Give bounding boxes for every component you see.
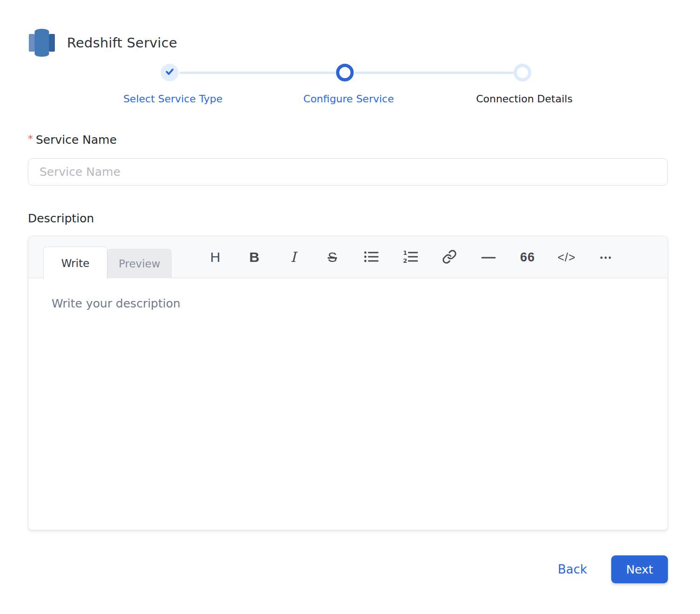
stepper: Select Service Type Configure Service Co… — [0, 64, 700, 108]
step-indicator-select-service-type — [161, 64, 178, 81]
horizontal-rule-icon — [481, 254, 496, 261]
editor-toolbar: Write Preview H B I S — [28, 236, 667, 278]
unordered-list-button[interactable] — [363, 247, 379, 267]
step-label-select-service-type: Select Service Type — [123, 93, 223, 105]
step-label-connection-details: Connection Details — [476, 93, 573, 105]
editor-tabs: Write Preview — [43, 247, 172, 278]
ordered-list-button[interactable]: 1 2 — [403, 247, 418, 267]
quote-button[interactable]: 66 — [520, 247, 535, 267]
bold-icon: B — [249, 250, 259, 264]
stepper-connector — [179, 72, 336, 74]
unordered-list-icon — [364, 250, 379, 265]
editor-body — [28, 278, 667, 530]
configure-service-page: Redshift Service Select Service Type Con… — [0, 0, 700, 614]
redshift-logo-icon — [28, 28, 56, 58]
check-icon — [165, 67, 175, 79]
code-icon: </> — [557, 252, 575, 263]
svg-text:1: 1 — [403, 250, 407, 256]
preview-tab[interactable]: Preview — [107, 249, 172, 278]
page-title: Redshift Service — [67, 35, 177, 51]
next-button[interactable]: Next — [611, 555, 668, 583]
quote-icon: 66 — [520, 251, 535, 264]
heading-icon: H — [210, 250, 220, 264]
more-options-button[interactable] — [598, 247, 614, 267]
back-button[interactable]: Back — [558, 562, 587, 576]
heading-button[interactable]: H — [207, 247, 223, 267]
ordered-list-icon: 1 2 — [403, 250, 418, 265]
description-label: Description — [28, 212, 668, 225]
italic-icon: I — [291, 250, 296, 264]
step-indicator-configure-service — [336, 64, 354, 81]
write-tab[interactable]: Write — [43, 247, 107, 279]
code-button[interactable]: </> — [559, 247, 575, 267]
wizard-actions: Back Next — [28, 555, 668, 583]
horizontal-rule-button[interactable] — [481, 247, 496, 267]
strikethrough-icon: S — [328, 250, 337, 264]
service-name-label: *Service Name — [28, 133, 668, 147]
required-marker: * — [28, 133, 33, 145]
service-name-input[interactable] — [28, 158, 668, 186]
step-indicator-connection-details — [514, 64, 531, 81]
more-options-icon — [598, 254, 613, 261]
description-textarea[interactable] — [28, 278, 667, 530]
description-editor: Write Preview H B I S — [28, 236, 668, 530]
svg-text:2: 2 — [403, 257, 407, 263]
strikethrough-button[interactable]: S — [324, 247, 340, 267]
editor-tools: H B I S — [207, 247, 614, 267]
service-name-label-text: Service Name — [36, 133, 117, 147]
bold-button[interactable]: B — [246, 247, 262, 267]
page-header: Redshift Service — [28, 0, 668, 58]
step-label-configure-service: Configure Service — [304, 93, 394, 105]
stepper-connector — [355, 72, 514, 74]
link-button[interactable] — [442, 247, 457, 267]
link-icon — [442, 249, 457, 266]
italic-button[interactable]: I — [285, 247, 301, 267]
